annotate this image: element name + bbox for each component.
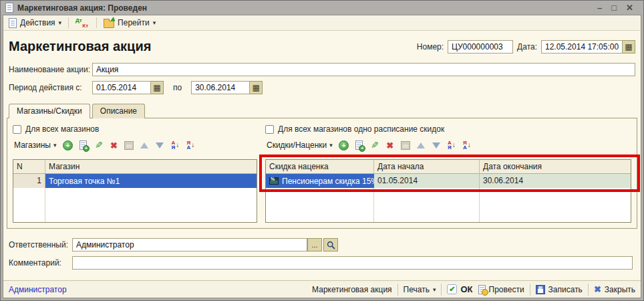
period-to-field[interactable] bbox=[191, 81, 250, 94]
status-bar: Администратор Маркетинговая акция Печать… bbox=[3, 280, 641, 298]
sort-asc-icon: АЯ bbox=[172, 140, 176, 150]
delete-icon: ✖ bbox=[386, 141, 393, 150]
edit-row-button[interactable]: ✎ bbox=[93, 140, 104, 151]
choose-button[interactable]: ... bbox=[307, 238, 322, 252]
doc-type-button[interactable]: Маркетинговая акция bbox=[312, 285, 392, 294]
edit-row-button[interactable]: ✎ bbox=[369, 140, 380, 151]
discounts-menu-button[interactable]: Скидки/Наценки ▾ bbox=[265, 140, 334, 150]
start-date-cell[interactable]: 01.05.2014 bbox=[374, 174, 480, 188]
sort-asc-button[interactable]: АЯ ↓ bbox=[170, 140, 180, 151]
close-form-button[interactable]: ✖ Закрыть bbox=[594, 284, 635, 294]
add-icon: + bbox=[63, 140, 73, 150]
calendar-icon[interactable]: ▦ bbox=[623, 40, 635, 54]
toolbar-separator bbox=[96, 17, 97, 28]
app-window: Маркетинговая акция: Проведен – □ ✕ Дейс… bbox=[0, 0, 644, 301]
floppy-save-icon bbox=[536, 285, 545, 294]
shops-menu-button[interactable]: Магазины ▾ bbox=[13, 140, 57, 150]
delete-row-button[interactable]: ✖ bbox=[108, 140, 119, 151]
statusbar-separator bbox=[441, 284, 442, 296]
tab-shops-discounts[interactable]: Магазины/Скидки bbox=[9, 104, 90, 118]
post-button[interactable]: Провести bbox=[478, 285, 524, 294]
name-label: Наименование акции: bbox=[9, 65, 92, 74]
dtkt-button[interactable]: Дт Кт bbox=[73, 17, 92, 29]
close-button[interactable]: ✕ bbox=[626, 3, 633, 12]
add-row-button[interactable]: + bbox=[62, 140, 73, 151]
arrow-up-icon bbox=[417, 142, 425, 148]
move-down-button[interactable] bbox=[431, 140, 442, 151]
one-schedule-checkbox-label: Для всех магазинов одно расписание скидо… bbox=[278, 124, 444, 134]
minimize-button[interactable]: – bbox=[597, 3, 602, 12]
shop-name-cell[interactable]: Торговая точка №1 bbox=[45, 174, 257, 188]
chevron-down-icon: ▾ bbox=[433, 286, 436, 293]
discounts-table-header: Скидка наценка Дата начала Дата окончани… bbox=[266, 160, 631, 174]
all-shops-checkbox[interactable] bbox=[13, 125, 21, 134]
add-icon: + bbox=[339, 140, 349, 150]
delete-row-button[interactable]: ✖ bbox=[385, 140, 395, 151]
go-menu-button[interactable]: Перейти ▾ bbox=[102, 17, 158, 29]
column-header-shop: Магазин bbox=[45, 160, 257, 173]
copy-row-button[interactable]: + bbox=[354, 140, 365, 151]
column-header-start-date: Дата начала bbox=[374, 160, 480, 173]
one-schedule-checkbox[interactable] bbox=[265, 125, 274, 134]
move-down-button[interactable] bbox=[154, 140, 165, 151]
calendar-icon[interactable]: ▦ bbox=[250, 81, 263, 94]
chevron-down-icon: ▾ bbox=[59, 19, 62, 26]
print-menu-button[interactable]: Печать ▾ bbox=[404, 285, 436, 294]
move-up-button[interactable] bbox=[416, 140, 426, 151]
calendar-icon[interactable]: ▦ bbox=[151, 81, 164, 94]
number-label: Номер: bbox=[417, 42, 444, 52]
window-title: Маркетинговая акция: Проведен bbox=[17, 3, 147, 13]
ok-button[interactable]: ✔ ОК bbox=[447, 284, 472, 294]
discounts-table: Скидка наценка Дата начала Дата окончани… bbox=[265, 159, 631, 223]
end-edit-button[interactable] bbox=[400, 140, 411, 151]
table-row[interactable]: 1 Торговая точка №1 bbox=[13, 174, 257, 188]
statusbar-separator bbox=[397, 284, 398, 296]
edit-pencil-icon: ✎ bbox=[371, 140, 379, 150]
column-header-n: N bbox=[13, 160, 45, 173]
arrow-down-icon bbox=[156, 142, 164, 148]
move-up-button[interactable] bbox=[139, 140, 150, 151]
sort-desc-button[interactable]: ЯА ↓ bbox=[462, 140, 472, 151]
table-row[interactable]: % Пенсионерам скидка 15% 01.05.2014 30.0… bbox=[266, 174, 631, 188]
chevron-down-icon: ▾ bbox=[53, 142, 57, 148]
shops-table-header: N Магазин bbox=[13, 160, 257, 174]
maximize-button[interactable]: □ bbox=[611, 3, 617, 12]
top-toolbar: Действия ▾ Дт Кт Перейти ▾ bbox=[3, 15, 641, 31]
comment-field[interactable] bbox=[72, 256, 633, 270]
sort-desc-icon: ЯА bbox=[463, 140, 467, 150]
arrow-down-icon bbox=[432, 142, 440, 148]
end-edit-button[interactable] bbox=[124, 140, 134, 151]
number-field[interactable] bbox=[448, 40, 513, 54]
end-date-cell[interactable]: 30.06.2014 bbox=[480, 174, 631, 188]
client-area: Действия ▾ Дт Кт Перейти ▾ Маркетинговая… bbox=[3, 15, 641, 298]
sort-desc-button[interactable]: ЯА ↓ bbox=[185, 140, 196, 151]
copy-row-button[interactable]: + bbox=[77, 140, 88, 151]
close-x-icon: ✖ bbox=[594, 284, 601, 294]
period-from-field[interactable] bbox=[92, 81, 151, 94]
tab-description[interactable]: Описание bbox=[92, 104, 145, 118]
edit-pencil-icon: ✎ bbox=[95, 140, 103, 150]
row-number-cell[interactable]: 1 bbox=[13, 174, 45, 188]
statusbar-separator bbox=[588, 284, 589, 296]
responsible-field[interactable] bbox=[72, 238, 307, 252]
copy-icon: + bbox=[79, 140, 87, 150]
save-button[interactable]: Записать bbox=[536, 285, 583, 294]
promo-name-field[interactable] bbox=[92, 63, 635, 76]
sort-asc-button[interactable]: АЯ ↓ bbox=[446, 140, 457, 151]
title-bar: Маркетинговая акция: Проведен – □ ✕ bbox=[3, 1, 641, 15]
document-icon bbox=[9, 18, 17, 28]
sort-desc-icon: ЯА bbox=[187, 140, 191, 150]
discount-cell[interactable]: % Пенсионерам скидка 15% bbox=[266, 174, 374, 188]
arrow-up-icon bbox=[140, 142, 148, 148]
open-button[interactable] bbox=[323, 238, 338, 252]
tab-bar: Магазины/Скидки Описание bbox=[3, 103, 641, 118]
chevron-down-icon: ▾ bbox=[153, 19, 156, 26]
delete-icon: ✖ bbox=[110, 141, 118, 150]
page-title: Маркетинговая акция bbox=[9, 39, 151, 54]
magnifier-icon bbox=[327, 241, 335, 249]
add-row-button[interactable]: + bbox=[339, 140, 349, 151]
date-label: Дата: bbox=[517, 42, 537, 52]
actions-menu-button[interactable]: Действия ▾ bbox=[7, 17, 63, 29]
date-field[interactable] bbox=[541, 40, 623, 54]
sort-asc-icon: АЯ bbox=[448, 140, 452, 150]
